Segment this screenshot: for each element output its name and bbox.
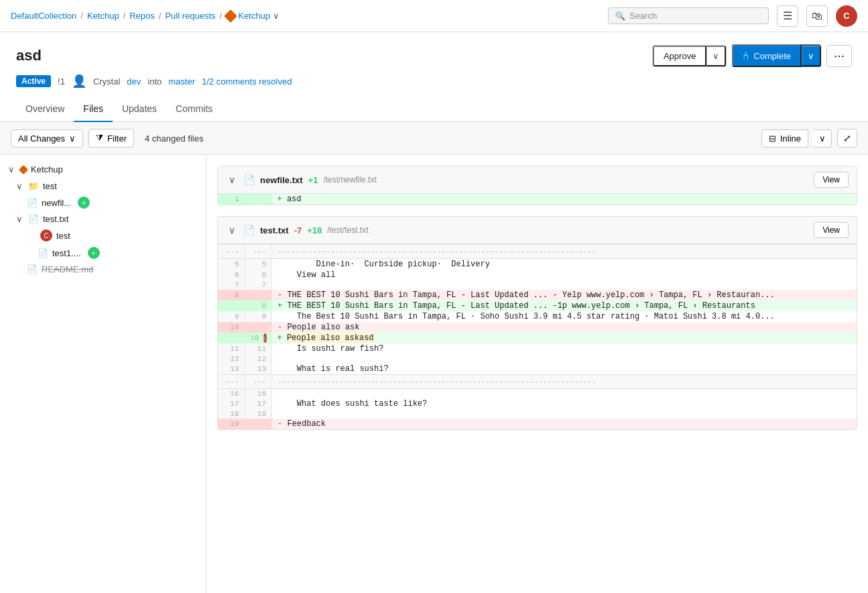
pr-title: asd xyxy=(16,47,42,64)
diff-panel: ∨ 📄 newfile.txt +1 /test/newfile.txt Vie… xyxy=(206,155,868,593)
file-diff-title-testtxt: test.txt -7 +18 xyxy=(260,225,322,235)
diff-table-newfile: 1 + asd xyxy=(218,194,857,205)
comments-resolved[interactable]: 1/2 comments resolved xyxy=(202,76,292,87)
tab-commits[interactable]: Commits xyxy=(166,97,222,122)
deletions-count: -7 xyxy=(294,225,302,235)
branch-to[interactable]: master xyxy=(168,76,195,87)
view-button-newfile[interactable]: View xyxy=(814,172,849,188)
diff-table-testtxt: --- --- --------------------------------… xyxy=(218,244,857,429)
approve-dropdown[interactable]: ∨ xyxy=(706,46,726,66)
toolbar-right: ⊟ Inline ∨ ⤢ xyxy=(761,129,857,148)
diff-row-removed: 19 - Feedback xyxy=(218,419,857,429)
complete-button[interactable]: ⑃ Complete xyxy=(732,44,802,67)
file-icon: 📄 xyxy=(27,198,38,208)
bag-icon[interactable]: 🛍 xyxy=(806,5,828,27)
sidebar-repo[interactable]: ∨ Ketchup xyxy=(0,160,206,178)
diff-row: 17 17 What does sushi taste like? xyxy=(218,398,857,409)
sidebar-file-newfile[interactable]: 📄 newfil... + xyxy=(0,194,206,211)
inline-icon: ⊟ xyxy=(769,133,776,144)
diff-row: 7 7 xyxy=(218,280,857,290)
author-name: Crystal xyxy=(93,76,120,87)
view-button-testtxt[interactable]: View xyxy=(814,222,849,238)
active-badge: Active xyxy=(16,75,51,87)
diff-row: 9 9 The Best 10 Sushi Bars in Tampa, FL … xyxy=(218,311,857,322)
folder-icon: 📁 xyxy=(28,181,39,191)
complete-button-group: ⑃ Complete ∨ xyxy=(732,44,821,67)
breadcrumb-repo[interactable]: Ketchup ∨ xyxy=(226,11,280,21)
file-diff-header-testtxt: ∨ 📄 test.txt -7 +18 /test/test.txt View xyxy=(218,217,857,244)
toolbar: All Changes ∨ ⧩ Filter 4 changed files ⊟… xyxy=(0,122,868,155)
diff-row: 18 18 xyxy=(218,409,857,419)
expand-button[interactable]: ⤢ xyxy=(837,129,857,148)
folder-chevron2: ∨ xyxy=(16,214,24,224)
search-input[interactable]: 🔍 Search xyxy=(608,7,769,24)
add-badge[interactable]: + xyxy=(78,197,90,209)
file-diff-testtxt: ∨ 📄 test.txt -7 +18 /test/test.txt View … xyxy=(217,216,857,430)
search-icon: 🔍 xyxy=(615,11,625,21)
complete-dropdown[interactable]: ∨ xyxy=(802,46,821,66)
file-name-display2: test.txt xyxy=(260,225,289,235)
diff-row-removed: 8 - THE BEST 10 Sushi Bars in Tampa, FL … xyxy=(218,290,857,301)
diff-row: 11 11 Is sushi raw fish? xyxy=(218,343,857,354)
sidebar-folder-testtxt[interactable]: ∨ 📄 test.txt xyxy=(0,211,206,227)
filter-button[interactable]: ⧩ Filter xyxy=(88,129,134,148)
file-diff-newfile: ∨ 📄 newfile.txt +1 /test/newfile.txt Vie… xyxy=(217,166,857,205)
approve-button[interactable]: Approve xyxy=(653,46,706,66)
view-dropdown[interactable]: ∨ xyxy=(814,129,832,148)
sidebar-file-test1[interactable]: 📄 test1.... + xyxy=(0,244,206,262)
comment-dot: C xyxy=(40,229,52,241)
diff-row-removed: 10 - People also ask xyxy=(218,322,857,333)
add-badge2[interactable]: + xyxy=(88,247,100,259)
inline-label: Inline xyxy=(780,133,801,144)
diff-separator2: --- --- --------------------------------… xyxy=(218,375,857,389)
author-avatar: 👤 xyxy=(72,74,86,89)
repo-chevron: ∨ xyxy=(8,164,16,174)
file-path: /test/newfile.txt xyxy=(323,175,376,184)
more-options-button[interactable]: ⋯ xyxy=(826,45,852,67)
list-icon[interactable]: ☰ xyxy=(777,5,798,27)
tab-overview[interactable]: Overview xyxy=(16,97,74,122)
collapse-newfile[interactable]: ∨ xyxy=(226,174,238,185)
old-line-num: 1 xyxy=(218,194,245,205)
sidebar-comment-test[interactable]: C test xyxy=(0,227,206,244)
main-content: ∨ Ketchup ∨ 📁 test 📄 newfil... + ∨ 📄 tes… xyxy=(0,155,868,593)
sidebar: ∨ Ketchup ∨ 📁 test 📄 newfil... + ∨ 📄 tes… xyxy=(0,155,206,593)
pr-actions: Approve ∨ ⑃ Complete ∨ ⋯ xyxy=(652,44,852,67)
file-name3: test1.... xyxy=(52,248,81,258)
file-name-display: newfile.txt xyxy=(260,175,303,185)
breadcrumb-prs[interactable]: Pull requests xyxy=(165,11,215,21)
file-diff-header-newfile: ∨ 📄 newfile.txt +1 /test/newfile.txt Vie… xyxy=(218,166,857,194)
pr-header: asd Approve ∨ ⑃ Complete ∨ ⋯ xyxy=(0,32,868,74)
diff-row-added: 8 + THE BEST 10 Sushi Bars in Tampa, FL … xyxy=(218,301,857,311)
breadcrumb-project[interactable]: Ketchup xyxy=(87,11,119,21)
file-icon4: 📄 xyxy=(27,264,38,274)
tab-updates[interactable]: Updates xyxy=(113,97,166,122)
breadcrumb-collection[interactable]: DefaultCollection xyxy=(11,11,76,21)
diff-separator: --- --- --------------------------------… xyxy=(218,245,857,259)
diff-row: 16 16 xyxy=(218,389,857,399)
folder-name: test xyxy=(43,181,57,191)
additions-count: +1 xyxy=(308,175,318,185)
collapse-testtxt[interactable]: ∨ xyxy=(226,225,238,235)
dropdown-chevron: ∨ xyxy=(69,133,76,144)
branch-from[interactable]: dev xyxy=(127,76,141,87)
line-content: + asd xyxy=(271,194,857,205)
diff-row: 1 + asd xyxy=(218,194,857,205)
avatar[interactable]: C xyxy=(836,5,857,27)
sidebar-file-readme[interactable]: 📄 README.md xyxy=(0,262,206,277)
vote-count: !1 xyxy=(58,76,65,87)
inline-view-button[interactable]: ⊟ Inline xyxy=(761,129,808,148)
file-icon6: 📄 xyxy=(243,225,255,235)
sidebar-folder-test[interactable]: ∨ 📁 test xyxy=(0,178,206,194)
all-changes-dropdown[interactable]: All Changes ∨ xyxy=(11,129,83,148)
additions-count2: +18 xyxy=(307,225,322,235)
filter-label: Filter xyxy=(107,133,127,144)
diff-row: 6 6 View all xyxy=(218,270,857,280)
breadcrumb: DefaultCollection / Ketchup / Repos / Pu… xyxy=(11,11,280,21)
comment-file-name: test xyxy=(56,231,70,241)
breadcrumb-repos[interactable]: Repos xyxy=(129,11,155,21)
file-path2: /test/test.txt xyxy=(327,225,368,235)
tab-files[interactable]: Files xyxy=(74,97,113,122)
file-diff-title-newfile: newfile.txt +1 xyxy=(260,175,318,185)
file-name: newfil... xyxy=(42,198,71,208)
